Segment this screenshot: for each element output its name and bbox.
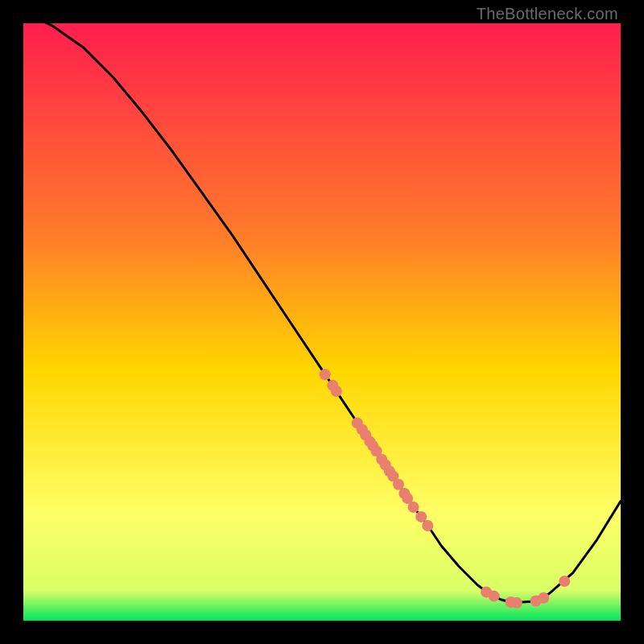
data-point	[538, 592, 549, 604]
data-point	[422, 520, 433, 531]
chart-svg	[23, 23, 621, 621]
gradient-background	[23, 23, 621, 621]
data-point	[489, 591, 500, 602]
data-point	[320, 369, 331, 380]
watermark-text: TheBottleneck.com	[477, 5, 618, 23]
data-point	[415, 511, 427, 522]
chart-frame	[23, 23, 621, 621]
data-point	[408, 502, 419, 513]
data-point	[559, 576, 570, 587]
data-point	[511, 597, 522, 609]
data-point	[331, 386, 342, 397]
